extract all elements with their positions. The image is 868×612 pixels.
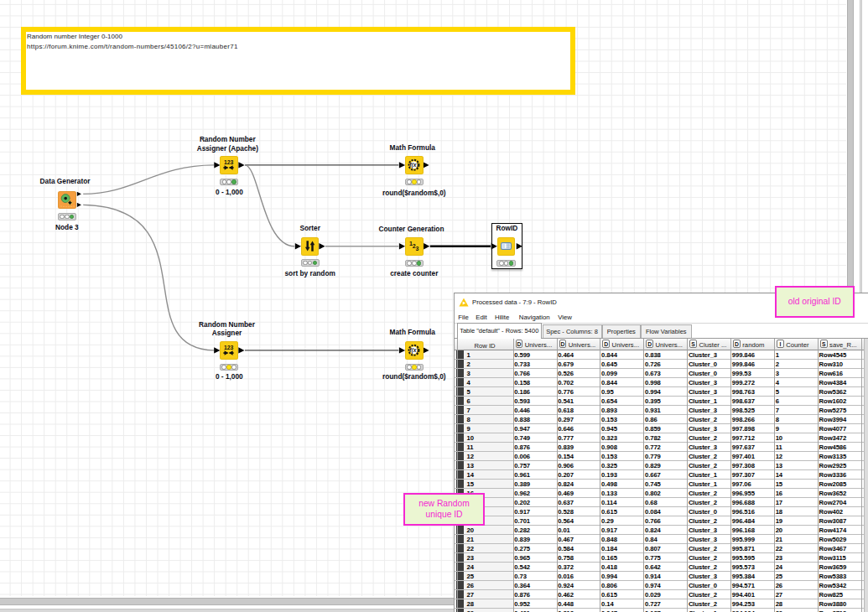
svg-text:123: 123	[224, 345, 234, 350]
svg-text:f(x): f(x)	[409, 162, 418, 169]
svg-text:f(x): f(x)	[409, 347, 418, 354]
svg-text:3: 3	[416, 246, 419, 252]
svg-text:123: 123	[224, 159, 234, 165]
